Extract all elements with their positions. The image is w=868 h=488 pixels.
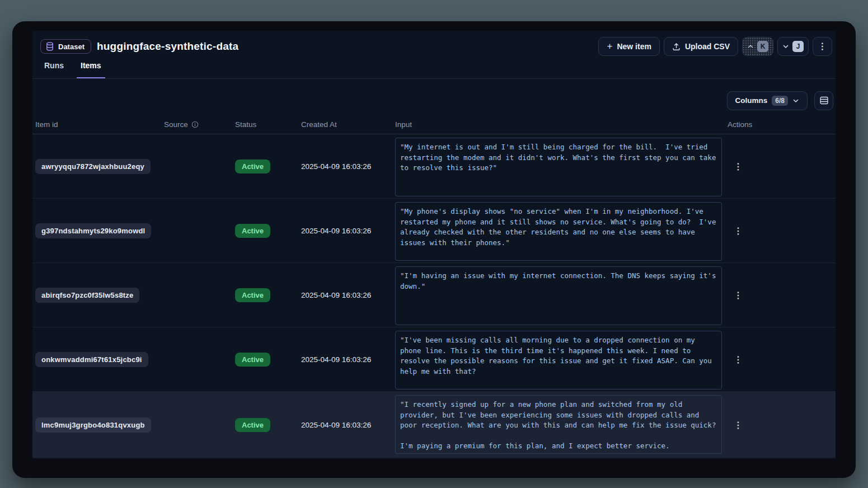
item-id-badge[interactable]: onkwmvaddmi67t61x5jcbc9i — [35, 352, 148, 367]
created-at-cell: 2025-04-09 16:03:26 — [298, 227, 393, 235]
input-preview[interactable]: "My internet is out and I'm still being … — [395, 138, 722, 196]
column-header-input[interactable]: Input — [393, 120, 725, 129]
dataset-page: Dataset huggingface-synthetic-data + New… — [32, 31, 836, 459]
row-actions-kebab-icon[interactable]: ⋮ — [730, 224, 746, 238]
column-header-status[interactable]: Status — [232, 120, 298, 129]
new-item-button[interactable]: + New item — [598, 37, 659, 56]
columns-count-badge: 6/8 — [772, 96, 788, 106]
input-preview[interactable]: "I've been missing calls all morning due… — [395, 331, 722, 390]
table-row[interactable]: onkwmvaddmi67t61x5jcbc9i Active 2025-04-… — [32, 327, 836, 392]
dataset-type-badge: Dataset — [40, 39, 91, 54]
more-options-button[interactable]: ⋮ — [813, 37, 832, 56]
created-at-cell: 2025-04-09 16:03:26 — [298, 421, 393, 429]
kebab-icon: ⋮ — [818, 42, 827, 51]
new-item-label: New item — [617, 42, 651, 51]
row-actions-kebab-icon[interactable]: ⋮ — [730, 159, 746, 173]
upload-icon — [672, 43, 681, 51]
table-toolbar: Columns 6/8 — [32, 79, 836, 115]
table-row[interactable]: g397ndstahmyts29ko9mowdl Active 2025-04-… — [32, 199, 836, 263]
column-header-created-at[interactable]: Created At — [298, 120, 393, 129]
row-actions-kebab-icon[interactable]: ⋮ — [730, 353, 746, 367]
upload-csv-button[interactable]: Upload CSV — [664, 37, 738, 56]
column-header-item-id[interactable]: Item id — [32, 120, 161, 129]
status-badge: Active — [235, 288, 270, 302]
prev-item-button[interactable]: K — [742, 37, 773, 56]
item-id-badge[interactable]: abirqfso7pzc0f35lw5s8tze — [35, 288, 139, 303]
tab-bar: Runs Items — [32, 57, 836, 79]
row-density-button[interactable] — [814, 91, 833, 110]
created-at-cell: 2025-04-09 16:03:26 — [298, 291, 393, 299]
info-icon — [191, 121, 199, 128]
chevron-down-icon — [792, 97, 799, 104]
page-title: huggingface-synthetic-data — [97, 40, 238, 53]
input-preview[interactable]: "I recently signed up for a new phone pl… — [395, 395, 722, 454]
tab-items[interactable]: Items — [77, 61, 105, 78]
item-id-badge[interactable]: awryyqqu7872wjaxhbuu2eqy — [35, 159, 151, 174]
dataset-badge-label: Dataset — [58, 43, 85, 51]
row-actions-kebab-icon[interactable]: ⋮ — [730, 418, 746, 432]
chevron-down-icon — [782, 43, 789, 50]
upload-csv-label: Upload CSV — [685, 42, 730, 51]
table-header-row: Item id Source Status Created At Input A… — [32, 115, 836, 134]
status-badge: Active — [235, 224, 270, 238]
columns-label: Columns — [735, 96, 768, 105]
table-row[interactable]: awryyqqu7872wjaxhbuu2eqy Active 2025-04-… — [32, 134, 836, 199]
table-row[interactable]: abirqfso7pzc0f35lw5s8tze Active 2025-04-… — [32, 263, 836, 327]
shortcut-key-k: K — [757, 41, 768, 52]
status-badge: Active — [235, 353, 270, 367]
item-id-badge[interactable]: g397ndstahmyts29ko9mowdl — [35, 223, 151, 238]
column-header-source[interactable]: Source — [161, 120, 232, 129]
title-bar: Dataset huggingface-synthetic-data + New… — [32, 31, 836, 57]
titlebar-actions: + New item Upload CSV K — [598, 37, 836, 56]
shortcut-key-j: J — [792, 41, 804, 52]
plus-icon: + — [607, 41, 612, 52]
next-item-button[interactable]: J — [777, 37, 809, 56]
app-window: Dataset huggingface-synthetic-data + New… — [12, 21, 856, 478]
column-header-actions: Actions — [725, 120, 836, 129]
database-icon — [45, 42, 54, 51]
chevron-up-icon — [747, 43, 754, 50]
status-badge: Active — [235, 418, 270, 432]
created-at-cell: 2025-04-09 16:03:26 — [298, 162, 393, 171]
row-actions-kebab-icon[interactable]: ⋮ — [730, 288, 746, 302]
created-at-cell: 2025-04-09 16:03:26 — [298, 355, 393, 364]
table-rows-icon — [819, 96, 829, 105]
tab-runs[interactable]: Runs — [40, 61, 68, 78]
item-id-badge[interactable]: lmc9muj3grgbo4o831qvxugb — [35, 417, 151, 433]
input-preview[interactable]: "My phone's display shows "no service" w… — [395, 202, 722, 261]
status-badge: Active — [235, 159, 270, 173]
columns-dropdown-button[interactable]: Columns 6/8 — [727, 91, 808, 110]
input-preview[interactable]: "I'm having an issue with my internet co… — [395, 266, 722, 325]
table-row[interactable]: lmc9muj3grgbo4o831qvxugb Active 2025-04-… — [32, 392, 836, 458]
